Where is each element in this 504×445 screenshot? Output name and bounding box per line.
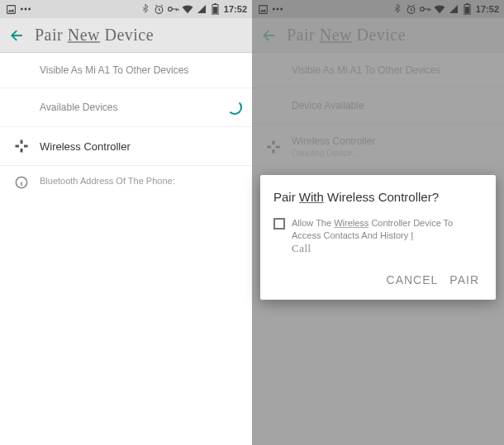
app-bar: Pair New Device [0,18,252,53]
svg-point-2 [25,8,27,11]
svg-rect-9 [21,140,23,144]
bt-address-row: Bluetooth Address Of The Phone: [0,166,252,199]
wifi-icon [182,3,193,15]
pair-dialog: Pair With Wireless Controller? Allow The… [260,175,496,300]
pair-button[interactable]: PAIR [446,268,483,291]
svg-point-1 [21,8,23,11]
svg-rect-0 [7,5,15,13]
svg-point-5 [168,7,172,12]
bt-address-label: Bluetooth Address Of The Phone: [40,176,175,186]
svg-rect-10 [21,149,23,153]
page-title: Pair New Device [35,26,154,45]
info-icon [10,176,33,189]
screen-pair-list: 17:52 Pair New Device Visible As Mi A1 T… [0,0,252,445]
cancel-button[interactable]: CANCEL [383,268,442,291]
image-icon [5,3,17,15]
key-icon [168,3,179,15]
status-bar: 17:52 [0,0,252,18]
bluetooth-icon [140,3,151,15]
loading-spinner-icon [227,100,242,115]
svg-point-3 [28,8,31,11]
device-row[interactable]: Wireless Controller [0,127,252,166]
consent-text: Allow The Wireless Controller Device To … [292,217,483,255]
screen-pair-dialog: 17:52 Pair New Device Visible As Mi A1 T… [252,0,504,445]
svg-rect-12 [24,145,28,148]
clock-text: 17:52 [224,4,247,14]
signal-icon [196,3,207,15]
gamepad-icon [10,139,33,154]
dialog-title: Pair With Wireless Controller? [273,190,483,204]
battery-icon [210,3,221,15]
alarm-icon [154,3,165,15]
device-name: Wireless Controller [40,140,131,153]
consent-checkbox[interactable] [273,218,285,230]
svg-rect-11 [16,145,20,148]
back-arrow-icon[interactable] [8,26,26,45]
available-devices-header: Available Devices [0,88,252,127]
more-icon [20,3,31,15]
visible-as-row: Visible As Mi A1 To Other Devices [0,53,252,88]
svg-rect-7 [214,3,216,4]
svg-rect-8 [213,7,217,13]
